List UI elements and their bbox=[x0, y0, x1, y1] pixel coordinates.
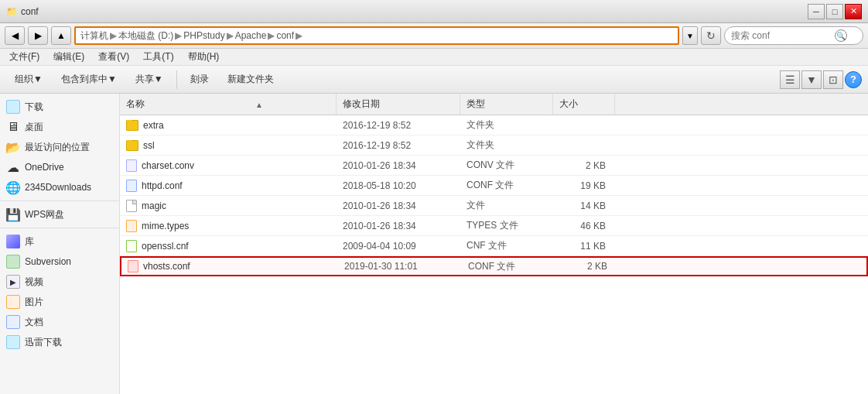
file-size-mime: 46 KB bbox=[553, 221, 615, 231]
file-name-vhosts: vhosts.conf bbox=[121, 260, 338, 272]
file-list-scroll[interactable]: extra 2016-12-19 8:52 文件夹 ssl 2016-12-19… bbox=[120, 115, 868, 394]
subversion-icon bbox=[6, 255, 20, 269]
title-bar: 📁 conf ─ □ ✕ bbox=[0, 0, 868, 23]
sidebar-item-thunder[interactable]: 迅雷下载 bbox=[0, 332, 119, 352]
sidebar-item-picture[interactable]: 图片 bbox=[0, 292, 119, 312]
file-date-openssl: 2009-04-04 10:09 bbox=[337, 241, 460, 252]
menu-tools[interactable]: 工具(T) bbox=[137, 49, 179, 65]
menu-edit[interactable]: 编辑(E) bbox=[47, 49, 91, 65]
address-bar-area: ◀ ▶ ▲ 计算机 ▶ 本地磁盘 (D:) ▶ PHPstudy ▶ Apach… bbox=[0, 23, 868, 49]
window-title: conf bbox=[21, 6, 39, 17]
conv-icon-charset bbox=[126, 159, 137, 172]
vhosts-icon bbox=[128, 260, 138, 272]
file-date-ssl: 2016-12-19 8:52 bbox=[337, 140, 460, 151]
new-folder-button[interactable]: 新建文件夹 bbox=[219, 69, 282, 90]
view-buttons: ☰ ▼ ⊡ bbox=[780, 70, 843, 89]
window-icon: 📁 bbox=[6, 6, 18, 17]
file-size-openssl: 11 KB bbox=[553, 241, 615, 252]
search-box[interactable]: 🔍 bbox=[724, 26, 863, 45]
sidebar-item-subversion[interactable]: Subversion bbox=[0, 252, 119, 272]
breadcrumb-disk: 本地磁盘 (D:) bbox=[118, 29, 173, 43]
up-button[interactable]: ▲ bbox=[51, 26, 71, 45]
refresh-button[interactable]: ↻ bbox=[701, 26, 721, 45]
minimize-button[interactable]: ─ bbox=[808, 4, 825, 19]
types-icon-mime bbox=[126, 220, 137, 232]
downloads-icon bbox=[6, 100, 20, 114]
file-type-extra: 文件夹 bbox=[460, 118, 553, 132]
share-button[interactable]: 共享▼ bbox=[127, 69, 172, 90]
sidebar-item-library[interactable]: 库 bbox=[0, 231, 119, 252]
file-date-extra: 2016-12-19 8:52 bbox=[337, 120, 460, 131]
sidebar-label-thunder: 迅雷下载 bbox=[25, 336, 62, 349]
thunder-icon bbox=[6, 335, 20, 349]
include-library-button[interactable]: 包含到库中▼ bbox=[53, 69, 125, 90]
menu-help[interactable]: 帮助(H) bbox=[182, 49, 226, 65]
sidebar-label-library: 库 bbox=[25, 235, 34, 248]
file-name-charset: charset.conv bbox=[120, 159, 337, 172]
sidebar-label-desktop: 桌面 bbox=[25, 121, 43, 134]
menu-file[interactable]: 文件(F) bbox=[3, 49, 46, 65]
file-size-vhosts: 2 KB bbox=[555, 261, 617, 272]
sidebar-item-2345[interactable]: 🌐 2345Downloads bbox=[0, 177, 119, 197]
file-row-openssl[interactable]: openssl.cnf 2009-04-04 10:09 CNF 文件 11 K… bbox=[120, 236, 868, 256]
forward-button[interactable]: ▶ bbox=[28, 26, 48, 45]
file-row-ssl[interactable]: ssl 2016-12-19 8:52 文件夹 bbox=[120, 135, 868, 156]
sidebar-item-desktop[interactable]: 🖥 桌面 bbox=[0, 117, 119, 137]
menu-view[interactable]: 查看(V) bbox=[92, 49, 135, 65]
address-dropdown-button[interactable]: ▼ bbox=[682, 26, 698, 45]
close-button[interactable]: ✕ bbox=[845, 4, 862, 19]
file-row-httpd[interactable]: httpd.conf 2018-05-18 10:20 CONF 文件 19 K… bbox=[120, 176, 868, 196]
breadcrumb-apache: Apache bbox=[235, 30, 267, 41]
view-dropdown-button[interactable]: ▼ bbox=[801, 70, 822, 89]
cnf-icon-openssl bbox=[126, 240, 137, 252]
file-row-charset[interactable]: charset.conv 2010-01-26 18:34 CONV 文件 2 … bbox=[120, 156, 868, 176]
toolbar-separator bbox=[176, 70, 177, 89]
address-box[interactable]: 计算机 ▶ 本地磁盘 (D:) ▶ PHPstudy ▶ Apache ▶ co… bbox=[74, 26, 679, 45]
file-list-area: ▲ 名称 修改日期 类型 大小 extra 2016-12-19 8:52 文件… bbox=[120, 94, 868, 394]
help-button[interactable]: ? bbox=[845, 71, 862, 88]
onedrive-icon: ☁ bbox=[6, 160, 20, 174]
sidebar-label-document: 文档 bbox=[25, 316, 43, 329]
sidebar-item-wps[interactable]: 💾 WPS网盘 bbox=[0, 204, 119, 224]
sidebar-item-onedrive[interactable]: ☁ OneDrive bbox=[0, 157, 119, 177]
file-date-mime: 2010-01-26 18:34 bbox=[337, 221, 460, 231]
desktop-icon: 🖥 bbox=[6, 120, 20, 134]
col-header-type[interactable]: 类型 bbox=[460, 94, 553, 115]
col-header-date[interactable]: 修改日期 bbox=[337, 94, 460, 115]
file-name-mime: mime.types bbox=[120, 220, 337, 232]
file-name-magic: magic bbox=[120, 200, 337, 212]
back-button[interactable]: ◀ bbox=[5, 26, 25, 45]
file-row-mime[interactable]: mime.types 2010-01-26 18:34 TYPES 文件 46 … bbox=[120, 216, 868, 236]
toolbar: 组织▼ 包含到库中▼ 共享▼ 刻录 新建文件夹 ☰ ▼ ⊡ ? bbox=[0, 66, 868, 94]
organize-button[interactable]: 组织▼ bbox=[6, 69, 51, 90]
sidebar-item-recent[interactable]: 📂 最近访问的位置 bbox=[0, 137, 119, 157]
file-date-magic: 2010-01-26 18:34 bbox=[337, 200, 460, 211]
sidebar-item-document[interactable]: 文档 bbox=[0, 312, 119, 332]
recent-icon: 📂 bbox=[6, 140, 20, 154]
search-input[interactable] bbox=[731, 30, 832, 41]
breadcrumb-phpstudy: PHPstudy bbox=[183, 30, 224, 41]
sidebar-divider-2 bbox=[0, 228, 119, 228]
col-header-name[interactable]: 名称 bbox=[120, 94, 337, 115]
sidebar-item-downloads[interactable]: 下载 bbox=[0, 97, 119, 117]
sidebar-item-video[interactable]: ▶ 视频 bbox=[0, 272, 119, 292]
sidebar-label-downloads: 下载 bbox=[25, 101, 43, 114]
maximize-button[interactable]: □ bbox=[826, 4, 843, 19]
file-size-httpd: 19 KB bbox=[553, 180, 615, 191]
search-icon: 🔍 bbox=[835, 29, 847, 42]
file-name-openssl: openssl.cnf bbox=[120, 240, 337, 252]
file-row-magic[interactable]: magic 2010-01-26 18:34 文件 14 KB bbox=[120, 196, 868, 216]
file-type-httpd: CONF 文件 bbox=[460, 179, 553, 192]
file-date-charset: 2010-01-26 18:34 bbox=[337, 160, 460, 171]
sidebar-label-recent: 最近访问的位置 bbox=[25, 141, 90, 154]
view-details-button[interactable]: ☰ bbox=[780, 70, 800, 89]
sidebar-divider-1 bbox=[0, 200, 119, 201]
file-row-extra[interactable]: extra 2016-12-19 8:52 文件夹 bbox=[120, 115, 868, 135]
burn-button[interactable]: 刻录 bbox=[182, 69, 217, 90]
col-header-size[interactable]: 大小 bbox=[553, 94, 615, 115]
file-row-vhosts[interactable]: vhosts.conf 2019-01-30 11:01 CONF 文件 2 K… bbox=[120, 256, 868, 276]
library-icon bbox=[6, 235, 20, 248]
wps-icon: 💾 bbox=[6, 207, 20, 221]
file-size-magic: 14 KB bbox=[553, 200, 615, 211]
view-large-button[interactable]: ⊡ bbox=[823, 70, 843, 89]
